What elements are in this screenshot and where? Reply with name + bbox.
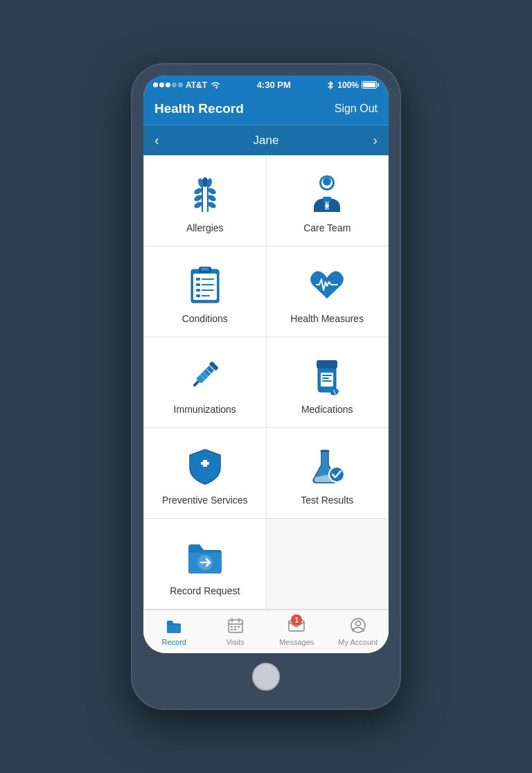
svg-rect-26 <box>202 284 214 285</box>
visits-tab-label: Visits <box>227 638 245 646</box>
svg-rect-31 <box>193 380 200 387</box>
preventive-services-icon <box>183 443 227 488</box>
grid-item-care-team[interactable]: Care Team <box>267 156 389 247</box>
svg-rect-14 <box>323 197 331 202</box>
tab-my-account[interactable]: My Account <box>328 616 389 646</box>
svg-point-5 <box>207 201 217 209</box>
grid-item-record-request[interactable]: Record Request <box>144 519 267 610</box>
grid-item-empty <box>267 519 389 610</box>
signal-dots <box>153 82 183 87</box>
svg-rect-45 <box>322 380 332 382</box>
svg-rect-24 <box>202 278 214 280</box>
status-right: 100% <box>326 80 379 90</box>
prev-patient-button[interactable]: ‹ <box>154 132 159 148</box>
sign-out-button[interactable]: Sign Out <box>335 103 378 115</box>
grid-item-medications[interactable]: Medications <box>267 337 389 428</box>
allergies-icon <box>183 171 227 215</box>
medications-icon <box>305 353 349 397</box>
grid-item-allergies[interactable]: Allergies <box>144 156 267 247</box>
svg-point-7 <box>207 187 217 195</box>
svg-rect-49 <box>203 460 207 467</box>
svg-rect-60 <box>234 629 236 630</box>
svg-point-3 <box>193 194 203 202</box>
wifi-icon <box>210 81 221 89</box>
svg-rect-59 <box>231 629 233 630</box>
svg-point-13 <box>323 177 331 186</box>
patient-nav: ‹ Jane › <box>143 125 389 155</box>
immunizations-label: Immunizations <box>174 404 236 415</box>
grid-item-health-measures[interactable]: Health Measures <box>267 247 389 337</box>
carrier-label: AT&T <box>186 80 207 90</box>
dot4 <box>172 82 177 87</box>
medications-label: Medications <box>301 404 353 415</box>
svg-rect-25 <box>196 283 200 286</box>
svg-rect-27 <box>196 289 200 292</box>
svg-point-4 <box>193 187 203 195</box>
dot5 <box>178 82 183 87</box>
grid-item-test-results[interactable]: Test Results <box>267 428 389 519</box>
grid-item-conditions[interactable]: Conditions <box>144 247 267 337</box>
grid-item-preventive-services[interactable]: Preventive Services <box>144 428 267 519</box>
care-team-icon <box>305 171 349 215</box>
record-request-label: Record Request <box>170 585 240 596</box>
grid-item-immunizations[interactable]: Immunizations <box>144 337 267 428</box>
test-results-label: Test Results <box>301 495 353 506</box>
app-header: Health Record Sign Out <box>143 94 389 125</box>
svg-rect-28 <box>202 290 214 291</box>
tab-record[interactable]: Record <box>143 616 205 646</box>
svg-point-63 <box>355 621 360 626</box>
app-title: Health Record <box>154 101 244 116</box>
svg-rect-43 <box>322 375 332 376</box>
record-tab-icon <box>164 616 184 635</box>
health-measures-label: Health Measures <box>290 313 364 324</box>
messages-badge: 1 <box>291 614 302 625</box>
status-left: AT&T <box>153 80 221 90</box>
svg-rect-58 <box>238 626 240 628</box>
svg-rect-22 <box>201 267 209 271</box>
svg-rect-17 <box>326 204 328 208</box>
time-display: 4:30 PM <box>257 80 291 90</box>
svg-rect-29 <box>196 294 200 297</box>
visits-tab-icon <box>226 616 245 635</box>
patient-name: Jane <box>254 134 279 148</box>
test-results-icon <box>305 443 349 488</box>
tab-visits[interactable]: Visits <box>205 616 267 646</box>
immunizations-icon <box>183 353 227 397</box>
bluetooth-icon <box>326 80 335 90</box>
record-request-icon <box>183 534 227 578</box>
home-button[interactable] <box>252 663 280 691</box>
messages-tab-label: Messages <box>279 638 314 646</box>
conditions-label: Conditions <box>182 313 228 324</box>
svg-rect-30 <box>202 295 210 296</box>
device-frame: AT&T 4:30 PM 100% <box>131 63 401 710</box>
preventive-services-label: Preventive Services <box>162 495 248 506</box>
tab-bar: Record Visits <box>143 610 389 653</box>
screen: AT&T 4:30 PM 100% <box>143 75 389 653</box>
dot2 <box>159 82 164 87</box>
svg-rect-44 <box>322 377 329 379</box>
my-account-tab-icon <box>348 616 368 635</box>
conditions-icon <box>183 262 227 306</box>
grid-menu: Allergies <box>143 155 389 610</box>
allergies-label: Allergies <box>186 222 224 233</box>
care-team-label: Care Team <box>303 222 351 233</box>
my-account-tab-label: My Account <box>338 638 378 646</box>
svg-rect-56 <box>231 626 233 628</box>
status-bar: AT&T 4:30 PM 100% <box>143 75 389 94</box>
dot1 <box>153 82 158 87</box>
tab-messages[interactable]: 1 Messages <box>266 616 328 646</box>
battery-icon <box>362 81 379 89</box>
svg-point-2 <box>193 201 203 209</box>
svg-rect-41 <box>317 360 337 368</box>
svg-rect-57 <box>234 626 236 628</box>
home-button-area <box>143 653 389 698</box>
svg-point-6 <box>207 194 217 202</box>
battery-percent: 100% <box>337 80 359 90</box>
svg-rect-23 <box>196 278 200 281</box>
dot3 <box>166 82 170 87</box>
record-tab-label: Record <box>162 638 186 646</box>
next-patient-button[interactable]: › <box>373 132 378 148</box>
health-measures-icon <box>305 262 349 306</box>
